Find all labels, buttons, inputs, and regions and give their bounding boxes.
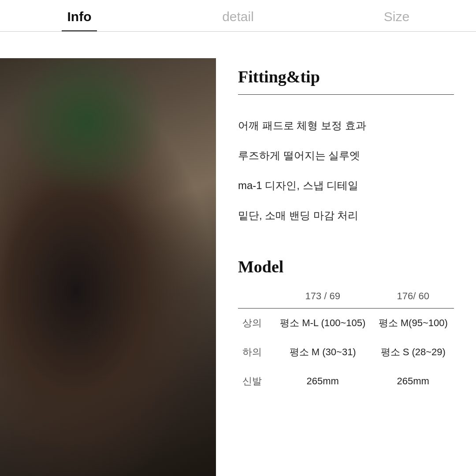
tab-size[interactable]: Size: [317, 9, 476, 31]
model-row-bottom: 하의 평소 M (30~31) 평소 S (28~29): [238, 338, 454, 367]
row-top-label: 상의: [238, 309, 273, 338]
main-content: Fitting&tip 어깨 패드로 체형 보정 효과 루즈하게 떨어지는 실루…: [0, 32, 476, 476]
row-bottom-col1: 평소 M (30~31): [273, 338, 372, 367]
tab-info[interactable]: Info: [0, 9, 159, 31]
fitting-divider: [238, 94, 454, 95]
col-model1: 173 / 69: [273, 284, 372, 309]
row-shoes-label: 신발: [238, 367, 273, 396]
fitting-list: 어깨 패드로 체형 보정 효과 루즈하게 떨어지는 실루엣 ma-1 디자인, …: [238, 111, 454, 231]
row-bottom-label: 하의: [238, 338, 273, 367]
model-section: Model 173 / 69 176/ 60 상의 평소 M-L (100~10…: [238, 257, 454, 396]
row-top-col1: 평소 M-L (100~105): [273, 309, 372, 338]
fitting-section: Fitting&tip 어깨 패드로 체형 보정 효과 루즈하게 떨어지는 실루…: [238, 67, 454, 231]
fitting-item-4: 밑단, 소매 밴딩 마감 처리: [238, 201, 454, 231]
model-row-shoes: 신발 265mm 265mm: [238, 367, 454, 396]
product-image: [0, 58, 216, 476]
col-label: [238, 284, 273, 309]
model-table-header: 173 / 69 176/ 60: [238, 284, 454, 309]
model-row-top: 상의 평소 M-L (100~105) 평소 M(95~100): [238, 309, 454, 338]
product-image-area: [0, 58, 216, 476]
model-title: Model: [238, 257, 454, 276]
info-area: Fitting&tip 어깨 패드로 체형 보정 효과 루즈하게 떨어지는 실루…: [216, 58, 476, 476]
fitting-title: Fitting&tip: [238, 67, 454, 86]
fitting-item-2: 루즈하게 떨어지는 실루엣: [238, 141, 454, 171]
model-table: 173 / 69 176/ 60 상의 평소 M-L (100~105) 평소 …: [238, 284, 454, 396]
row-top-col2: 평소 M(95~100): [372, 309, 454, 338]
tab-bar: Info detail Size: [0, 0, 476, 32]
row-shoes-col2: 265mm: [372, 367, 454, 396]
fitting-item-3: ma-1 디자인, 스냅 디테일: [238, 171, 454, 201]
row-shoes-col1: 265mm: [273, 367, 372, 396]
row-bottom-col2: 평소 S (28~29): [372, 338, 454, 367]
tab-detail[interactable]: detail: [159, 9, 317, 31]
col-model2: 176/ 60: [372, 284, 454, 309]
fitting-item-1: 어깨 패드로 체형 보정 효과: [238, 111, 454, 141]
